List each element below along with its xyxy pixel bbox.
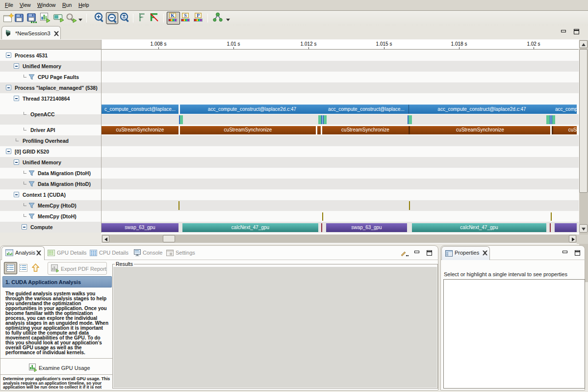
- svg-text:K: K: [171, 13, 175, 18]
- svg-text:P: P: [197, 13, 200, 18]
- svg-text:S: S: [184, 13, 187, 18]
